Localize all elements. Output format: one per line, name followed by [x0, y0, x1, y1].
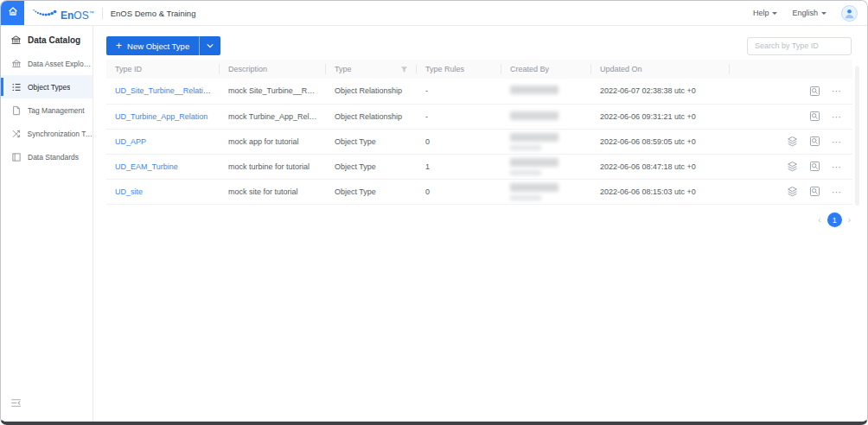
instances-icon[interactable] — [787, 161, 798, 172]
col-actions — [730, 60, 852, 79]
view-details-icon[interactable] — [809, 86, 820, 97]
main-content: + New Object Type — [94, 26, 867, 422]
data-asset-explorer-icon — [11, 59, 22, 69]
view-details-icon[interactable] — [809, 111, 820, 122]
type-rules-cell: 0 — [417, 129, 501, 154]
pagination: ‹ 1 › — [818, 212, 851, 227]
redacted-text — [510, 86, 558, 94]
prev-page-button[interactable]: ‹ — [818, 213, 820, 227]
menu-fold-icon — [10, 397, 22, 409]
sidebar-item-object-types[interactable]: Object Types — [1, 75, 93, 98]
next-page-button[interactable]: › — [848, 213, 851, 227]
description-cell: mock site for tutorial — [220, 179, 326, 204]
type-cell: Object Type — [326, 129, 417, 154]
view-details-icon[interactable] — [809, 136, 820, 147]
updated-on-cell: 2022-06-06 09:31:21 utc +0 — [591, 104, 730, 129]
more-actions-icon[interactable]: ⋯ — [832, 86, 842, 95]
sidebar-item-label: Data Asset Explorer — [28, 60, 93, 68]
updated-on-cell: 2022-06-07 02:38:38 utc +0 — [591, 79, 730, 104]
type-cell: Object Relationship — [326, 79, 417, 104]
redacted-text — [510, 195, 541, 200]
enos-logo-text: EnOS™ — [61, 8, 94, 21]
sidebar-title-label: Data Catalog — [28, 35, 80, 45]
more-actions-icon[interactable]: ⋯ — [832, 112, 842, 121]
more-actions-icon[interactable]: ⋯ — [832, 162, 842, 171]
chevron-down-icon — [772, 12, 777, 15]
description-cell: mock Turbine_App_Relation f... — [220, 104, 326, 129]
user-avatar[interactable] — [841, 5, 858, 22]
type-id-link[interactable]: UD_EAM_Turbine — [115, 162, 178, 171]
col-description: Description — [220, 60, 326, 79]
type-id-link[interactable]: UD_APP — [115, 137, 146, 146]
redacted-text — [510, 145, 541, 150]
new-object-type-button[interactable]: + New Object Type — [106, 36, 220, 55]
synchronization-icon — [11, 129, 22, 139]
data-standards-icon — [11, 152, 22, 162]
top-bar: EnOS™ EnOS Demo & Training Help English — [1, 1, 867, 26]
sidebar-item-label: Data Standards — [28, 153, 79, 162]
search-input[interactable] — [747, 37, 852, 55]
sidebar: Data Catalog Data Asset Explorer Object … — [1, 26, 93, 422]
table-header-row: Type ID Description Type Type Rules Cre — [106, 60, 852, 79]
enos-logo[interactable]: EnOS™ — [32, 5, 94, 21]
scrollbar-track[interactable] — [855, 66, 859, 206]
collapse-sidebar-button[interactable] — [10, 396, 22, 412]
help-label: Help — [753, 9, 769, 17]
type-id-link[interactable]: UD_site — [115, 187, 143, 196]
filter-icon[interactable] — [400, 66, 408, 73]
col-type-id: Type ID — [106, 60, 220, 79]
sidebar-item-data-standards[interactable]: Data Standards — [1, 145, 93, 168]
type-rules-cell: - — [417, 79, 501, 104]
table-row: UD_APP mock app for tutorial Object Type… — [106, 129, 852, 154]
actions-cell: ⋯ — [730, 79, 852, 104]
actions-cell: ⋯ — [730, 154, 852, 179]
enos-console-window: EnOS™ EnOS Demo & Training Help English — [0, 0, 868, 425]
more-actions-icon[interactable]: ⋯ — [832, 187, 842, 196]
sidebar-item-tag-management[interactable]: Tag Management — [1, 98, 93, 122]
updated-on-cell: 2022-06-06 08:15:03 utc +0 — [591, 179, 730, 204]
sidebar-item-data-asset-explorer[interactable]: Data Asset Explorer — [1, 52, 93, 75]
home-button[interactable] — [1, 1, 24, 25]
sidebar-item-label: Tag Management — [28, 106, 85, 115]
view-details-icon[interactable] — [809, 186, 820, 197]
redacted-text — [510, 111, 558, 120]
col-type-label: Type — [335, 65, 352, 73]
redacted-text — [510, 133, 558, 142]
type-id-link[interactable]: UD_Turbine_App_Relation — [115, 112, 207, 121]
description-cell: mock Site_Turbine__Relation f... — [220, 79, 326, 104]
actions-cell: ⋯ — [730, 104, 852, 129]
type-rules-cell: 0 — [417, 179, 501, 204]
chevron-down-icon — [821, 12, 827, 15]
language-label: English — [792, 9, 818, 17]
instances-icon[interactable] — [787, 186, 798, 197]
redacted-text — [510, 170, 541, 175]
type-cell: Object Type — [326, 179, 417, 204]
redacted-text — [510, 183, 558, 192]
created-by-cell — [501, 104, 591, 129]
search-box — [747, 36, 852, 55]
description-cell: mock app for tutorial — [220, 129, 326, 154]
table-row: UD_Turbine_App_Relation mock Turbine_App… — [106, 104, 852, 129]
type-id-link[interactable]: UD_Site_Turbine__Relation — [115, 86, 212, 95]
new-object-type-dropdown[interactable] — [200, 36, 220, 55]
sidebar-item-synchronization-tasks[interactable]: Synchronization Ta... — [1, 122, 93, 145]
more-actions-icon[interactable]: ⋯ — [832, 137, 842, 146]
description-cell: mock turbine for tutorial — [220, 154, 326, 179]
type-cell: Object Type — [326, 154, 417, 179]
table-row: UD_EAM_Turbine mock turbine for tutorial… — [106, 154, 852, 179]
created-by-cell — [501, 129, 591, 154]
help-menu[interactable]: Help — [753, 9, 778, 17]
language-menu[interactable]: English — [792, 9, 827, 17]
instances-icon[interactable] — [787, 136, 798, 147]
user-icon — [843, 7, 856, 20]
sidebar-title: Data Catalog — [1, 26, 93, 52]
toolbar: + New Object Type — [106, 36, 852, 55]
view-details-icon[interactable] — [809, 161, 820, 172]
header-divider — [102, 8, 103, 19]
col-type: Type — [326, 60, 417, 79]
redacted-text — [510, 158, 558, 167]
table-row: UD_Site_Turbine__Relation mock Site_Turb… — [106, 79, 852, 104]
type-cell: Object Relationship — [326, 104, 417, 129]
actions-cell: ⋯ — [730, 129, 852, 154]
page-number-button[interactable]: 1 — [827, 212, 842, 227]
